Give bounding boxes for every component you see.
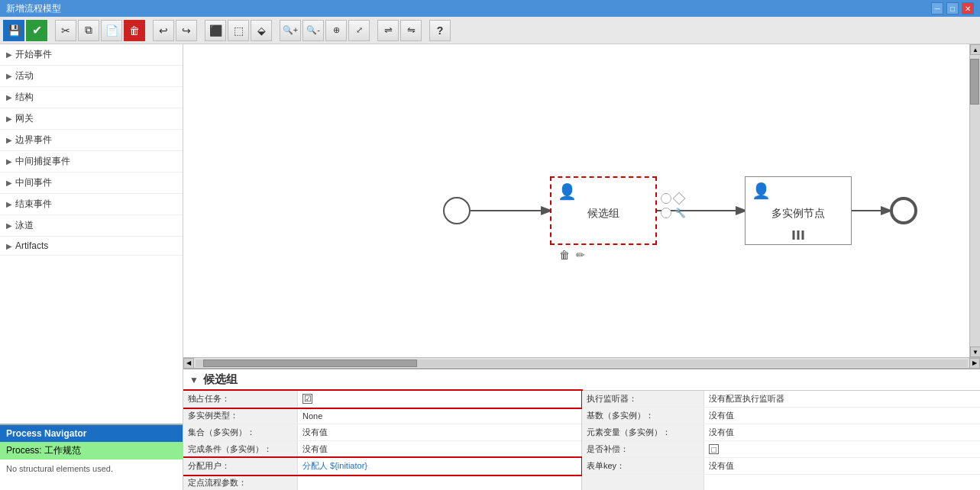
- props-value-completion: 没有值: [298, 441, 581, 457]
- scroll-right-button[interactable]: ▶: [969, 358, 980, 369]
- sidebar-item-end-event[interactable]: ▶ 结束事件: [0, 194, 183, 215]
- delete-task-icon[interactable]: 🗑: [559, 249, 570, 261]
- props-row-form-key: 表单key： 没有值: [582, 458, 980, 475]
- props-row-exclusive: 独占任务： ☑: [183, 391, 581, 408]
- arrow-icon: ▶: [6, 179, 12, 187]
- arrow-icon: ▶: [6, 136, 12, 144]
- props-row-collection: 集合（多实例）： 没有值: [183, 424, 581, 441]
- sidebar-item-activity[interactable]: ▶ 活动: [0, 66, 183, 87]
- help-button[interactable]: ?: [429, 20, 451, 41]
- exclusive-checkbox[interactable]: ☑: [302, 394, 312, 404]
- props-collapse-icon[interactable]: ▼: [189, 375, 199, 385]
- end-event-node[interactable]: [890, 197, 917, 224]
- process-value: 工作规范: [44, 445, 81, 456]
- sidebar-item-label: 结束事件: [15, 198, 52, 211]
- props-row-element-var: 元素变量（多实例）： 没有值: [582, 424, 980, 441]
- sidebar-items: ▶ 开始事件 ▶ 活动 ▶ 结构 ▶ 网关 ▶ 边界事件 ▶ 中间捕捉事件: [0, 44, 183, 424]
- start-event-node[interactable]: [443, 197, 471, 224]
- scroll-thumb[interactable]: [970, 59, 979, 105]
- sidebar-item-intermediate-event[interactable]: ▶ 中间事件: [0, 172, 183, 194]
- parallel-bar-3: [802, 230, 804, 240]
- task-bottom-actions: 🗑 ✏: [559, 249, 585, 261]
- task-action-wrench-icon[interactable]: 🔧: [674, 208, 686, 218]
- save-button[interactable]: 💾: [3, 20, 24, 41]
- process-nav-body: No structural elements used.: [0, 459, 183, 490]
- align1-button[interactable]: ⬛: [205, 20, 226, 41]
- scroll-down-button[interactable]: ▼: [970, 347, 980, 357]
- sidebar-item-intermediate-catch[interactable]: ▶ 中间捕捉事件: [0, 151, 183, 172]
- task-action-circle-2[interactable]: [661, 208, 671, 218]
- scroll-left-button[interactable]: ◀: [183, 358, 194, 369]
- props-row-compensation: 是否补偿： □: [582, 441, 980, 458]
- fit-page-button[interactable]: ⤢: [348, 20, 370, 41]
- task-action-circle-1[interactable]: [661, 193, 671, 204]
- process-label: Process:: [6, 445, 42, 456]
- process-nav-title: Process Navigator: [0, 425, 183, 442]
- props-label-exclusive: 独占任务：: [183, 391, 298, 407]
- parallel-bar-1: [793, 230, 795, 240]
- sidebar-item-label: 网关: [15, 112, 34, 125]
- task-action-diamond[interactable]: [673, 192, 686, 205]
- sidebar-item-label: 中间捕捉事件: [15, 155, 70, 168]
- flow2-button[interactable]: ⇋: [400, 20, 422, 41]
- sidebar-item-swimlane[interactable]: ▶ 泳道: [0, 215, 183, 237]
- main-area: ▶ 开始事件 ▶ 活动 ▶ 结构 ▶ 网关 ▶ 边界事件 ▶ 中间捕捉事件: [0, 44, 980, 490]
- sidebar-item-label: 边界事件: [15, 134, 52, 147]
- cut-button[interactable]: ✂: [55, 20, 76, 41]
- sidebar-item-label: 泳道: [15, 219, 34, 232]
- compensation-checkbox[interactable]: □: [709, 444, 719, 454]
- sidebar-item-artifacts[interactable]: ▶ Artifacts: [0, 237, 183, 256]
- title-bar: 新增流程模型 ─ □ ✕: [0, 0, 980, 17]
- zoom-in-button[interactable]: 🔍+: [280, 20, 301, 41]
- props-label-cardinality: 基数（多实例）：: [582, 408, 704, 424]
- props-value-compensation[interactable]: □: [704, 441, 980, 457]
- zoom-fit-button[interactable]: ⊕: [325, 20, 347, 41]
- arrow-icon: ▶: [6, 114, 12, 123]
- props-row-param: 定点流程参数：: [183, 475, 581, 490]
- title-controls: ─ □ ✕: [931, 2, 974, 15]
- arrow-icon: ▶: [6, 50, 12, 59]
- task-action-panel: 🔧: [661, 193, 686, 218]
- props-label-multi-type: 多实例类型：: [183, 408, 298, 424]
- delete-button[interactable]: 🗑: [124, 20, 145, 41]
- copy-button[interactable]: ⧉: [78, 20, 99, 41]
- props-value-empty: [704, 475, 980, 490]
- sidebar-item-structure[interactable]: ▶ 结构: [0, 87, 183, 108]
- close-button[interactable]: ✕: [962, 2, 974, 15]
- process-nav-body-text: No structural elements used.: [6, 464, 113, 473]
- task-node-2[interactable]: 👤 多实例节点: [745, 176, 852, 245]
- parallel-marker: [793, 230, 804, 240]
- scroll-up-button[interactable]: ▲: [970, 44, 980, 55]
- sidebar-item-label: 中间事件: [15, 176, 52, 189]
- props-label-form-key: 表单key：: [582, 458, 704, 474]
- ok-button[interactable]: ✔: [26, 20, 47, 41]
- props-value-exclusive[interactable]: ☑: [298, 391, 581, 407]
- vertical-scrollbar: ▲ ▼: [969, 44, 980, 357]
- sidebar-item-start-event[interactable]: ▶ 开始事件: [0, 44, 183, 66]
- undo-button[interactable]: ↩: [153, 20, 174, 41]
- flow1-button[interactable]: ⇌: [377, 20, 399, 41]
- sidebar-item-label: Artifacts: [15, 240, 48, 251]
- zoom-out-button[interactable]: 🔍-: [302, 20, 324, 41]
- minimize-button[interactable]: ─: [931, 2, 943, 15]
- sidebar-item-gateway[interactable]: ▶ 网关: [0, 108, 183, 130]
- maximize-button[interactable]: □: [946, 2, 959, 15]
- sidebar-item-boundary-event[interactable]: ▶ 边界事件: [0, 130, 183, 151]
- align3-button[interactable]: ⬙: [251, 20, 272, 41]
- right-panel: 👤 候选组 🔧 🗑 ✏: [183, 44, 980, 490]
- bpmn-canvas[interactable]: 👤 候选组 🔧 🗑 ✏: [183, 44, 969, 357]
- edit-task-icon[interactable]: ✏: [576, 249, 585, 261]
- h-scroll-thumb[interactable]: [203, 359, 417, 367]
- props-value-assignee[interactable]: 分配人 ${initiator}: [298, 458, 581, 474]
- task-node-1[interactable]: 👤 候选组: [550, 176, 657, 245]
- props-header: ▼ 候选组: [183, 369, 980, 391]
- props-value-collection: 没有值: [298, 424, 581, 440]
- task1-user-icon: 👤: [558, 182, 577, 201]
- props-label-collection: 集合（多实例）：: [183, 424, 298, 440]
- paste-button[interactable]: 📄: [101, 20, 122, 41]
- align2-button[interactable]: ⬚: [228, 20, 249, 41]
- props-row-empty: [582, 475, 980, 490]
- properties-panel: ▼ 候选组 独占任务： ☑ 多实例类型： None: [183, 368, 980, 490]
- props-value-param: [298, 475, 581, 490]
- redo-button[interactable]: ↪: [176, 20, 197, 41]
